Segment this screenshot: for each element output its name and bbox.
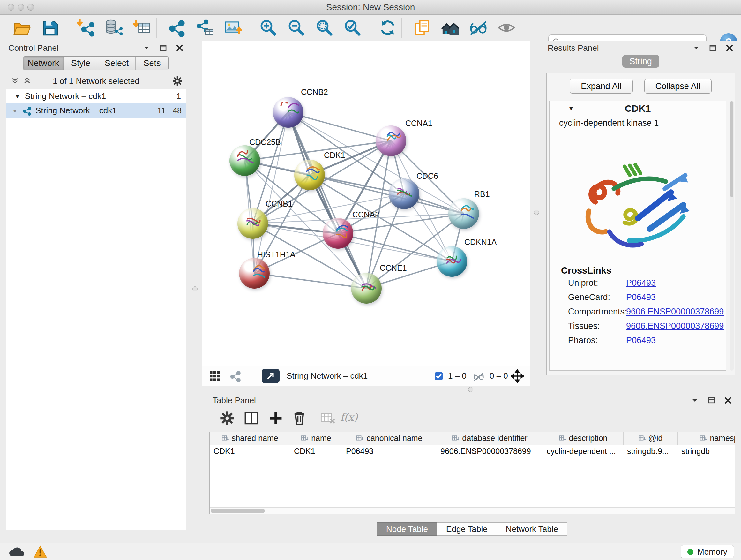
delete-table-icon[interactable]: [319, 410, 336, 427]
vertical-splitter-grip-right[interactable]: [534, 210, 539, 215]
results-scrollbar[interactable]: [730, 101, 734, 371]
network-overview-icon[interactable]: [229, 370, 241, 382]
table-cell[interactable]: CDK1: [210, 445, 290, 457]
zoom-in-icon[interactable]: [259, 18, 278, 37]
crosslink-link[interactable]: P06493: [626, 278, 656, 288]
network-node-ccne1[interactable]: [351, 273, 382, 304]
expand-all-button[interactable]: Expand All: [569, 79, 633, 94]
network-node-cdc25b[interactable]: [229, 145, 260, 176]
crosslink-link[interactable]: P06493: [626, 335, 656, 346]
column-header-database-identifier[interactable]: database identifier: [436, 432, 543, 445]
save-session-icon[interactable]: [41, 18, 59, 37]
panel-menu-icon[interactable]: [142, 44, 151, 52]
scrollbar-thumb[interactable]: [211, 509, 265, 513]
table-horizontal-scrollbar[interactable]: [210, 507, 735, 514]
crosslink-link[interactable]: P06493: [626, 293, 656, 302]
network-row-selected[interactable]: ● String Network – cdk1 11 48: [6, 104, 186, 118]
zoom-fit-icon[interactable]: [315, 18, 334, 37]
table-row[interactable]: CDK1CDK1P064939606.ENSP00000378699cyclin…: [210, 445, 735, 457]
open-session-icon[interactable]: [13, 18, 31, 37]
network-table-icon[interactable]: [195, 18, 214, 37]
toggle-graphics-details-icon[interactable]: [469, 18, 488, 37]
network-node-hist1h1a[interactable]: [239, 258, 270, 289]
tab-network-table[interactable]: Network Table: [496, 522, 567, 536]
close-panel-icon[interactable]: [724, 396, 732, 405]
column-header-namespace[interactable]: namespace: [677, 432, 735, 445]
network-canvas[interactable]: CCNB2CCNA1CDC25BCDK1CDC6RB1CCNB1CCNA2CDK…: [202, 41, 530, 366]
copy-icon[interactable]: [413, 18, 431, 37]
crosslink-link[interactable]: 9606.ENSP00000378699: [626, 307, 724, 317]
show-hide-panel-icon[interactable]: [497, 18, 516, 37]
network-node-cdkn1a[interactable]: [436, 246, 467, 277]
collapse-all-button[interactable]: Collapse All: [644, 79, 712, 94]
memory-button[interactable]: Memory: [681, 545, 734, 558]
maximize-window-button[interactable]: [27, 4, 34, 10]
table-cell[interactable]: CDK1: [290, 445, 342, 457]
panel-menu-icon[interactable]: [692, 44, 700, 52]
selected-checkbox-icon[interactable]: [434, 371, 444, 381]
tab-select[interactable]: Select: [98, 57, 135, 70]
network-node-cdc6[interactable]: [389, 179, 419, 209]
column-header-@id[interactable]: @id: [623, 432, 677, 445]
birds-eye-view-button[interactable]: [262, 369, 280, 383]
vertical-splitter-grip-left[interactable]: [192, 287, 198, 292]
float-panel-icon[interactable]: [707, 396, 716, 405]
network-node-cdk1[interactable]: [294, 160, 325, 190]
column-header-description[interactable]: description: [543, 432, 623, 445]
network-collection-row[interactable]: ▼ String Network – cdk1 1: [6, 89, 186, 104]
tab-sets[interactable]: Sets: [135, 57, 169, 70]
table-cell[interactable]: stringdb:9...: [623, 445, 677, 457]
pan-move-icon[interactable]: [511, 369, 524, 383]
table-cell[interactable]: cyclin-dependent ...: [543, 445, 623, 457]
expand-all-networks-icon[interactable]: [23, 77, 31, 85]
import-network-icon[interactable]: [77, 18, 95, 37]
tab-network[interactable]: Network: [23, 57, 64, 70]
grid-view-icon[interactable]: [209, 370, 221, 382]
tab-style[interactable]: Style: [64, 57, 98, 70]
add-column-icon[interactable]: [267, 410, 284, 427]
new-network-icon[interactable]: [167, 18, 186, 37]
hidden-glasses-icon[interactable]: [473, 371, 484, 382]
close-panel-icon[interactable]: [725, 44, 734, 52]
network-node-ccnb1[interactable]: [238, 208, 268, 239]
panel-menu-icon[interactable]: [690, 396, 699, 405]
column-header-canonical-name[interactable]: canonical name: [342, 432, 436, 445]
import-database-icon[interactable]: [105, 18, 123, 37]
float-panel-icon[interactable]: [709, 44, 717, 52]
crosslink-link[interactable]: 9606.ENSP00000378699: [626, 321, 724, 331]
network-node-ccnb2[interactable]: [273, 97, 304, 128]
collapse-triangle-icon[interactable]: ▼: [14, 93, 20, 100]
column-header-shared-name[interactable]: shared name: [210, 432, 290, 445]
horizontal-splitter-grip[interactable]: [468, 387, 473, 392]
function-builder-button[interactable]: f(x): [340, 411, 358, 423]
tab-string[interactable]: String: [622, 55, 659, 68]
tab-edge-table[interactable]: Edge Table: [437, 522, 497, 536]
export-image-icon[interactable]: [223, 18, 242, 37]
network-node-rb1[interactable]: [448, 198, 479, 229]
show-columns-icon[interactable]: [243, 410, 260, 427]
table-settings-gear-icon[interactable]: [219, 410, 235, 427]
close-panel-icon[interactable]: [176, 44, 184, 52]
home-icon[interactable]: [441, 18, 460, 37]
scrollbar-thumb[interactable]: [730, 101, 733, 197]
minimize-window-button[interactable]: [17, 4, 24, 10]
import-table-icon[interactable]: [133, 18, 151, 37]
network-node-ccna2[interactable]: [323, 218, 353, 249]
collapse-all-networks-icon[interactable]: [11, 77, 19, 85]
cloud-icon[interactable]: [8, 545, 25, 558]
zoom-out-icon[interactable]: [287, 18, 306, 37]
zoom-selected-icon[interactable]: [343, 18, 362, 37]
table-cell[interactable]: 9606.ENSP00000378699: [436, 445, 543, 457]
table-cell[interactable]: P06493: [342, 445, 436, 457]
delete-column-trash-icon[interactable]: [291, 410, 308, 427]
column-header-name[interactable]: name: [290, 432, 342, 445]
section-collapse-icon[interactable]: ▼: [568, 105, 574, 112]
gear-icon[interactable]: [172, 75, 183, 87]
tab-node-table[interactable]: Node Table: [377, 522, 437, 536]
float-panel-icon[interactable]: [159, 44, 167, 52]
network-node-ccna1[interactable]: [376, 125, 406, 156]
warning-icon[interactable]: [31, 545, 49, 558]
table-cell[interactable]: stringdb: [677, 445, 735, 457]
refresh-layout-icon[interactable]: [379, 18, 397, 37]
close-window-button[interactable]: [8, 4, 14, 10]
